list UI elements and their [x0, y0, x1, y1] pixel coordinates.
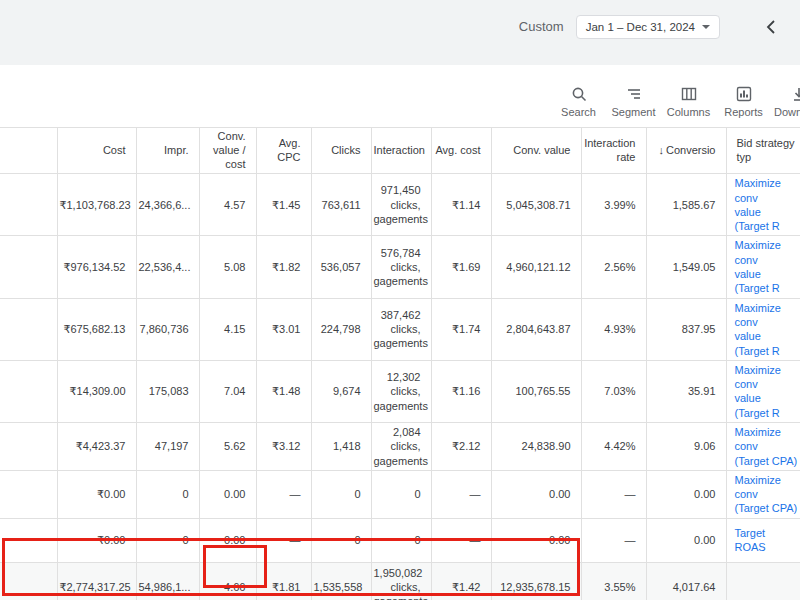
cell-avg-cost: —	[431, 470, 491, 518]
header-conversions[interactable]: ↓Conversio	[646, 128, 726, 174]
table-row: ₹14,309.00 175,083 7.04 ₹1.48 9,674 12,3…	[0, 360, 800, 422]
header-conv-value[interactable]: Conv. value	[491, 128, 581, 174]
cell-avg-cost: ₹1.69	[431, 236, 491, 298]
search-icon	[570, 85, 588, 103]
table-body: ₹1,103,768.23 24,366,6... 4.57 ₹1.45 763…	[0, 174, 800, 600]
cell-conversions: 1,585.67	[646, 174, 726, 236]
header-cost[interactable]: Cost	[57, 128, 136, 174]
cell-interaction-rate: 2.56%	[581, 236, 646, 298]
cell-conv-value-per-cost: 5.08	[199, 236, 256, 298]
cell-conversions: 35.91	[646, 360, 726, 422]
cell-clicks: 763,611	[311, 174, 371, 236]
campaign-stats-table: Cost Impr. Conv. value / cost Avg. CPC C…	[0, 127, 800, 600]
table-row: ₹4,423.37 47,197 5.62 ₹3.12 1,418 2,084 …	[0, 423, 800, 471]
cell-row-select	[0, 470, 57, 518]
cell-impressions: 47,197	[136, 423, 199, 471]
cell-interactions: 0	[371, 518, 431, 562]
cell-bid-strategy[interactable]: Maximize conv value (Target R	[726, 174, 800, 236]
cell-conv-value-per-cost: 5.62	[199, 423, 256, 471]
header-interactions[interactable]: Interaction	[371, 128, 431, 174]
cell-interaction-rate: 4.42%	[581, 423, 646, 471]
header-avg-cost[interactable]: Avg. cost	[431, 128, 491, 174]
table-row: ₹675,682.13 7,860,736 4.15 ₹3.01 224,798…	[0, 298, 800, 360]
columns-button[interactable]: Columns	[661, 85, 716, 118]
cell-avg-cpc: ₹3.12	[256, 423, 311, 471]
table-header-row: Cost Impr. Conv. value / cost Avg. CPC C…	[0, 128, 800, 174]
cell-bid-strategy[interactable]: Maximize conv (Target CPA)	[726, 470, 800, 518]
cell-conversions: 9.06	[646, 423, 726, 471]
cell-conv-value-per-cost: 0.00	[199, 470, 256, 518]
cell-interaction-rate: —	[581, 518, 646, 562]
cell-conv-value-per-cost: 7.04	[199, 360, 256, 422]
cell-bid-strategy[interactable]: Maximize conv (Target CPA)	[726, 423, 800, 471]
cell-interactions: 971,450 clicks, gagements	[371, 174, 431, 236]
cell-interaction-rate: 7.03%	[581, 360, 646, 422]
header-avg-cpc[interactable]: Avg. CPC	[256, 128, 311, 174]
cell-impressions: 24,366,6...	[136, 174, 199, 236]
cell-clicks: 224,798	[311, 298, 371, 360]
header-interaction-rate[interactable]: Interaction rate	[581, 128, 646, 174]
header-bid-strategy-type[interactable]: Bid strategy typ	[726, 128, 800, 174]
cell-clicks: 0	[311, 518, 371, 562]
cell-impressions: 0	[136, 518, 199, 562]
cell-impressions: 175,083	[136, 360, 199, 422]
cell-cost: ₹14,309.00	[57, 360, 136, 422]
cell-cost: ₹1,103,768.23	[57, 174, 136, 236]
cell-bid-strategy[interactable]: Maximize conv value (Target R	[726, 360, 800, 422]
cell-avg-cpc: ₹3.01	[256, 298, 311, 360]
sort-descending-icon: ↓	[658, 144, 664, 156]
cell-impressions: 7,860,736	[136, 298, 199, 360]
cell-row-select	[0, 236, 57, 298]
cell-bid-strategy[interactable]: Maximize conv value (Target R	[726, 298, 800, 360]
cell-row-select	[0, 298, 57, 360]
table-row: ₹1,103,768.23 24,366,6... 4.57 ₹1.45 763…	[0, 174, 800, 236]
cell-conversions: 0.00	[646, 518, 726, 562]
chevron-left-icon	[762, 25, 782, 40]
cell-conv-value-per-cost: 4.15	[199, 298, 256, 360]
cell-avg-cpc: —	[256, 470, 311, 518]
cell-bid-strategy[interactable]: Target ROAS	[726, 518, 800, 562]
cell-row-select	[0, 518, 57, 562]
google-ads-campaign-table-screen: Custom Jan 1 – Dec 31, 2024 Search	[0, 0, 800, 600]
cell-interactions: 576,784 clicks, gagements	[371, 236, 431, 298]
collapse-panel-button[interactable]	[762, 17, 782, 37]
date-range-selector[interactable]: Jan 1 – Dec 31, 2024	[576, 15, 720, 39]
cell-row-select	[0, 562, 57, 600]
cell-conv-value: 2,804,643.87	[491, 298, 581, 360]
cell-avg-cost: ₹1.16	[431, 360, 491, 422]
cell-impressions: 54,986,1...	[136, 562, 199, 600]
cell-cost: ₹0.00	[57, 470, 136, 518]
cell-conversions: 837.95	[646, 298, 726, 360]
header-clicks[interactable]: Clicks	[311, 128, 371, 174]
table-row: ₹0.00 0 0.00 — 0 0 — 0.00 — 0.00 Maximiz…	[0, 470, 800, 518]
cell-clicks: 0	[311, 470, 371, 518]
cell-interactions: 12,302 clicks, gagements	[371, 360, 431, 422]
date-range-type-label: Custom	[519, 19, 564, 34]
segment-button[interactable]: Segment	[606, 85, 661, 118]
search-button[interactable]: Search	[551, 85, 606, 118]
cell-avg-cost: —	[431, 518, 491, 562]
cell-row-select	[0, 360, 57, 422]
cell-bid-strategy	[726, 562, 800, 600]
header-impressions[interactable]: Impr.	[136, 128, 199, 174]
cell-clicks: 536,057	[311, 236, 371, 298]
cell-avg-cost: ₹1.42	[431, 562, 491, 600]
cell-impressions: 0	[136, 470, 199, 518]
cell-avg-cost: ₹2.12	[431, 423, 491, 471]
cell-bid-strategy[interactable]: Maximize conv value (Target R	[726, 236, 800, 298]
cell-clicks: 9,674	[311, 360, 371, 422]
cell-avg-cpc: ₹1.82	[256, 236, 311, 298]
header-conv-value-per-cost[interactable]: Conv. value / cost	[199, 128, 256, 174]
cell-conv-value: 5,045,308.71	[491, 174, 581, 236]
cell-row-select	[0, 423, 57, 471]
header-conversions-label: Conversio	[666, 144, 716, 156]
table-toolbar: Search Segment Columns	[0, 65, 800, 127]
cell-conversions: 4,017.64	[646, 562, 726, 600]
reports-button[interactable]: Reports	[716, 85, 771, 118]
cell-avg-cost: ₹1.74	[431, 298, 491, 360]
download-icon	[790, 85, 800, 103]
cell-interaction-rate: 3.55%	[581, 562, 646, 600]
download-button[interactable]: Download	[771, 85, 800, 118]
cell-conv-value-per-cost: 0.00	[199, 518, 256, 562]
cell-cost: ₹2,774,317.25	[57, 562, 136, 600]
